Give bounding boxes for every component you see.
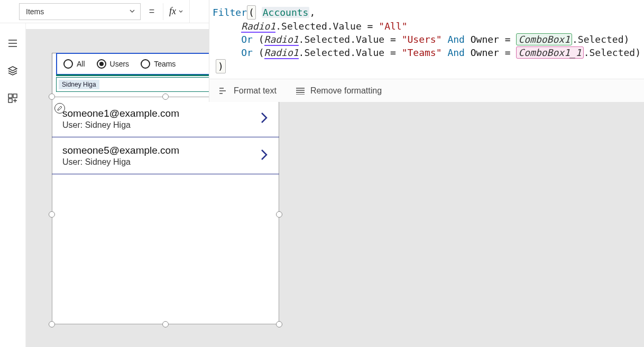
format-text-button[interactable]: Format text: [219, 86, 277, 96]
fn-filter: Filter: [213, 7, 247, 18]
left-rail: [0, 0, 26, 347]
result-owner: User: Sidney Higa: [62, 157, 179, 167]
resize-handle[interactable]: [276, 321, 282, 327]
result-email: someone5@example.com: [62, 145, 179, 156]
property-selector[interactable]: Items: [19, 3, 141, 20]
svg-rect-2: [8, 99, 12, 102]
list-item[interactable]: someone5@example.com User: Sidney Higa: [52, 137, 279, 174]
equals-label: =: [144, 6, 160, 17]
resize-handle[interactable]: [162, 93, 169, 100]
insert-icon[interactable]: [7, 93, 18, 104]
radio-option-teams[interactable]: Teams: [141, 59, 176, 69]
remove-formatting-label: Remove formatting: [310, 86, 382, 96]
format-text-icon: [219, 87, 228, 95]
chevron-right-icon[interactable]: [259, 148, 269, 164]
combobox1-ref: ComboBox1: [516, 33, 572, 45]
result-email: someone1@example.com: [62, 108, 179, 119]
resize-handle[interactable]: [162, 321, 169, 327]
radio-option-users[interactable]: Users: [97, 59, 130, 69]
formula-editor[interactable]: Filter( Accounts, Radio1.Selected.Value …: [209, 0, 644, 102]
radio-circle-icon: [63, 59, 73, 69]
radio-circle-selected-icon: [97, 59, 106, 69]
format-text-label: Format text: [234, 86, 277, 96]
radio-label-all: All: [77, 60, 85, 68]
chevron-down-icon: [122, 7, 136, 16]
resize-handle[interactable]: [49, 211, 55, 218]
list-item[interactable]: someone1@example.com User: Sidney Higa: [52, 100, 279, 137]
layers-icon[interactable]: [7, 65, 18, 76]
results-gallery[interactable]: someone1@example.com User: Sidney Higa s…: [52, 100, 279, 174]
radio-circle-icon: [141, 59, 150, 69]
radio-label-teams: Teams: [154, 60, 176, 68]
chevron-down-icon: [178, 6, 183, 17]
formula-toolbar: Format text Remove formatting: [209, 79, 644, 102]
formula-code[interactable]: Filter( Accounts, Radio1.Selected.Value …: [209, 0, 644, 79]
remove-formatting-button[interactable]: Remove formatting: [296, 86, 382, 96]
radio-label-users: Users: [110, 60, 130, 68]
fx-label: fx: [169, 6, 176, 17]
hamburger-icon[interactable]: [7, 38, 18, 49]
remove-formatting-icon: [296, 87, 305, 95]
combobox-selected-value: Sidney Higa: [59, 80, 99, 89]
result-owner: User: Sidney Higa: [62, 120, 179, 130]
resize-handle[interactable]: [49, 93, 55, 100]
datasource-ref: Accounts: [262, 7, 310, 18]
resize-handle[interactable]: [49, 321, 55, 327]
fx-button[interactable]: fx: [163, 3, 189, 20]
resize-handle[interactable]: [276, 211, 282, 218]
svg-rect-0: [8, 94, 12, 98]
chevron-right-icon[interactable]: [259, 111, 269, 127]
svg-rect-1: [13, 94, 17, 98]
radio-option-all[interactable]: All: [63, 59, 85, 69]
combobox1_1-ref: ComboBox1_1: [516, 46, 583, 59]
property-selector-value: Items: [20, 7, 44, 16]
radio-ref: Radio1: [241, 21, 275, 32]
